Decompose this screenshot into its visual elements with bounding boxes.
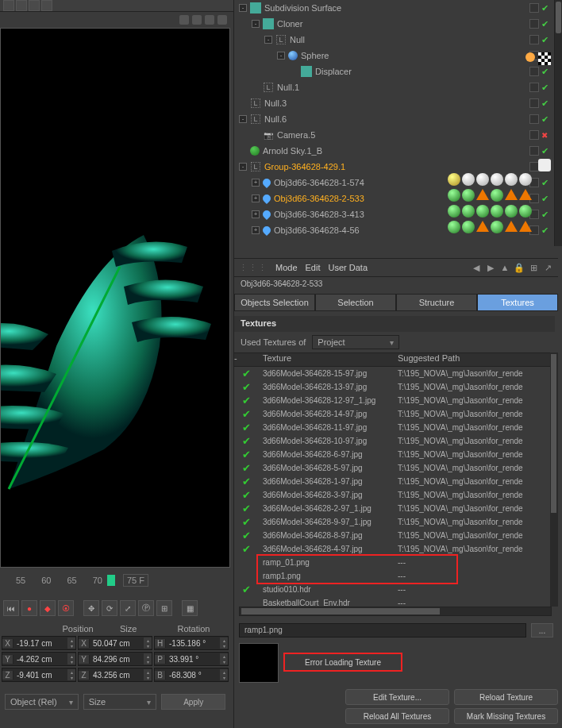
tab-textures[interactable]: Textures [477,294,558,311]
tab-objects-selection[interactable]: Objects Selection [234,294,315,311]
size-mode-dropdown[interactable]: Size [83,694,157,710]
tree-row[interactable]: Camera.5✖ [234,127,558,143]
tree-row[interactable]: -Null.6✔ [234,111,558,127]
rot-p-field[interactable]: P33.991 °▴▾ [154,652,229,666]
psr-button[interactable]: Ⓟ [138,600,154,616]
texture-row[interactable]: ramp_01.png--- [234,556,550,569]
layer-flag-icon[interactable] [529,83,539,92]
material-tag-icon[interactable] [476,205,489,218]
maximize-icon[interactable] [217,15,227,25]
tool-icon[interactable] [3,0,14,11]
material-tag-icon[interactable] [505,205,518,218]
size-z-field[interactable]: Z43.256 cm▴▾ [78,668,152,682]
popout-icon[interactable]: ↗ [542,262,553,273]
panel-grip-icon[interactable]: ⋮⋮⋮ [239,263,268,273]
material-tag-icon[interactable] [476,173,489,186]
material-tag-icon[interactable] [491,173,503,186]
size-x-field[interactable]: X50.047 cm▴▾ [78,636,152,650]
nav-back-icon[interactable]: ◀ [471,262,482,273]
visibility-flag-icon[interactable]: ✔ [541,83,549,93]
mode-menu[interactable]: Mode [275,263,298,272]
tab-selection[interactable]: Selection [315,294,396,311]
material-tag-icon[interactable] [491,205,503,218]
layer-flag-icon[interactable] [529,146,539,156]
expander-icon[interactable]: - [252,20,260,28]
key-button[interactable]: ◆ [40,600,56,616]
texture-row[interactable]: ✔3d66Model-364628-11-97.jpgT:\195_NOVA\_… [234,421,550,434]
tree-row[interactable]: -Cloner✔ [234,16,558,32]
layer-flag-icon[interactable] [529,35,539,44]
nav-fwd-icon[interactable]: ▶ [485,262,496,273]
layer-flag-icon[interactable] [529,19,539,29]
tree-row[interactable]: Displacer✔ [234,64,558,79]
tool-icon[interactable] [16,0,27,11]
warning-tag-icon[interactable] [505,189,518,200]
frame-field[interactable]: 75 F [123,574,148,587]
tree-scrollbar[interactable] [554,0,562,246]
texture-col-header[interactable]: Texture [258,353,393,366]
edit-texture-button[interactable]: Edit Texture... [345,689,449,705]
status-col-header[interactable]: - [234,353,258,366]
path-col-header[interactable]: Suggested Path [393,353,550,366]
rotate-icon[interactable] [205,15,214,25]
visibility-flag-icon[interactable]: ✔ [541,35,549,45]
move-tool-button[interactable]: ✥ [83,600,99,616]
visibility-flag-icon[interactable]: ✖ [541,131,548,140]
texture-path-field[interactable]: ramp1.png [239,623,526,637]
lock-icon[interactable]: 🔒 [514,262,525,273]
material-tag-icon[interactable] [519,173,532,186]
layer-flag-icon[interactable] [529,130,539,140]
material-tag-icon[interactable] [462,205,475,218]
expander-icon[interactable]: + [252,210,260,218]
tag-icon[interactable] [525,52,535,62]
scale-tool-button[interactable]: ⤢ [120,600,136,616]
texture-row[interactable]: ✔3d66Model-364628-2-97_1.jpgT:\195_NOVA\… [234,502,550,515]
visibility-flag-icon[interactable]: ✔ [541,98,549,109]
expander-icon[interactable]: - [239,4,247,12]
reload-all-button[interactable]: Reload All Textures [345,708,449,724]
texture-row[interactable]: ✔3d66Model-364628-15-97.jpgT:\195_NOVA\_… [234,367,550,380]
rot-h-field[interactable]: H-135.186 °▴▾ [154,636,229,650]
tree-row[interactable]: -Group-364628-429.1✔ [234,159,558,175]
scope-dropdown[interactable]: Project [312,335,399,349]
pan-icon[interactable] [179,15,189,25]
tool-icon[interactable] [41,0,52,11]
checker-tag-icon[interactable] [538,52,551,65]
warning-tag-icon[interactable] [505,221,518,232]
expander-icon[interactable]: + [252,226,260,234]
tool-icon[interactable] [29,0,40,11]
material-tag-icon[interactable] [448,221,460,233]
expander-icon[interactable]: - [277,52,285,60]
horizontal-scrollbar[interactable] [239,607,552,616]
timeline-ruler[interactable]: 55 60 65 70 75 F [0,568,233,592]
visibility-flag-icon[interactable]: ✔ [541,67,549,77]
material-tag-icon[interactable] [491,221,503,233]
tab-structure[interactable]: Structure [396,294,477,311]
goto-start-button[interactable]: ⏮ [3,600,19,616]
reload-texture-button[interactable]: Reload Texture [454,689,558,705]
pos-x-field[interactable]: X-19.17 cm▴▾ [2,636,76,650]
render-button[interactable]: ▦ [182,600,198,616]
texture-row[interactable]: ✔3d66Model-364628-4-97.jpgT:\195_NOVA\_m… [234,542,550,556]
expander-icon[interactable]: + [252,179,260,187]
texture-row[interactable]: ✔3d66Model-364628-9-97_1.jpgT:\195_NOVA\… [234,515,550,529]
warning-tag-icon[interactable] [519,189,532,200]
texture-row[interactable]: ✔3d66Model-364628-13-97.jpgT:\195_NOVA\_… [234,380,550,394]
tree-row[interactable]: -Subdivision Surface✔ [234,0,558,16]
texture-row[interactable]: ✔3d66Model-364628-12-97_1.jpgT:\195_NOVA… [234,394,550,407]
material-tag-icon[interactable] [491,189,503,202]
expander-icon[interactable]: + [252,195,260,202]
pos-z-field[interactable]: Z-9.401 cm▴▾ [2,668,76,682]
material-tag-icon[interactable] [448,173,460,186]
texture-row[interactable]: ramp1.png--- [234,569,550,583]
visibility-flag-icon[interactable]: ✔ [541,114,549,125]
material-tag-icon[interactable] [448,205,460,218]
texture-row[interactable]: ✔studio010.hdr--- [234,583,550,596]
visibility-flag-icon[interactable]: ✔ [541,146,549,156]
texture-row[interactable]: ✔3d66Model-364628-1-97.jpgT:\195_NOVA\_m… [234,475,550,488]
expander-icon[interactable]: - [264,36,272,44]
autokey-button[interactable]: ⦿ [58,600,74,616]
visibility-flag-icon[interactable]: ✔ [541,19,549,29]
apply-button[interactable]: Apply [161,694,225,710]
rot-b-field[interactable]: B-68.308 °▴▾ [154,668,229,682]
